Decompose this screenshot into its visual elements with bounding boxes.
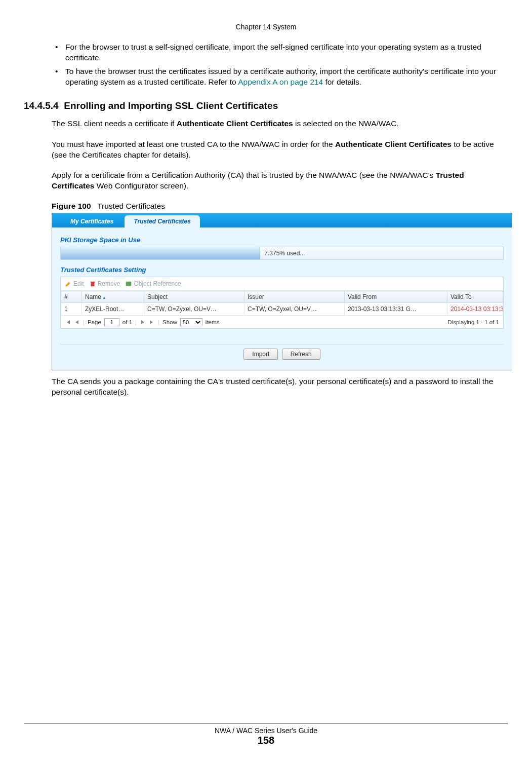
tab-my-certificates[interactable]: My Certificates xyxy=(61,215,122,227)
trusted-certificates-panel: My Certificates Trusted Certificates PKI… xyxy=(52,213,512,370)
col-issuer[interactable]: Issuer xyxy=(244,291,345,303)
chapter-header: Chapter 14 System xyxy=(24,23,508,31)
edit-icon xyxy=(65,280,72,287)
certificates-grid: Edit Remove Object Reference # Name▲ Sub… xyxy=(60,277,504,329)
svg-rect-0 xyxy=(126,282,132,286)
figure-caption: Figure 100 Trusted Certificates xyxy=(52,202,508,211)
object-reference-icon xyxy=(125,280,132,287)
section-number: 14.4.5.4 xyxy=(24,100,59,111)
grid-toolbar: Edit Remove Object Reference xyxy=(61,277,503,291)
cell-subject: C=TW, O=Zyxel, OU=V… xyxy=(144,303,244,316)
col-name[interactable]: Name▲ xyxy=(82,291,144,303)
action-buttons: Import Refresh xyxy=(60,344,504,360)
first-page-icon[interactable] xyxy=(65,319,71,325)
trash-icon xyxy=(89,280,96,287)
sort-asc-icon: ▲ xyxy=(102,295,106,300)
paragraph: The CA sends you a package containing th… xyxy=(52,376,508,398)
bullet-text: For the browser to trust a self-signed c… xyxy=(65,43,481,62)
page-footer: NWA / WAC Series User's Guide 158 xyxy=(0,723,532,746)
bullet-item: For the browser to trust a self-signed c… xyxy=(55,42,508,63)
paragraph: The SSL client needs a certificate if Au… xyxy=(52,119,508,129)
remove-button[interactable]: Remove xyxy=(89,280,120,287)
page-label: Page xyxy=(88,319,101,325)
page-size-select[interactable]: 50 xyxy=(180,318,202,326)
footer-page-number: 158 xyxy=(0,735,532,746)
footer-guide-name: NWA / WAC Series User's Guide xyxy=(0,727,532,735)
usage-bar-fill xyxy=(61,247,260,259)
paragraph: Apply for a certificate from a Certifica… xyxy=(52,170,508,192)
pki-storage-title: PKI Storage Space in Use xyxy=(60,236,505,244)
items-label: items xyxy=(206,319,219,325)
next-page-icon[interactable] xyxy=(140,319,146,325)
prev-page-icon[interactable] xyxy=(74,319,80,325)
cell-valid-from: 2013-03-13 03:13:31 G… xyxy=(345,303,447,316)
show-label: Show xyxy=(162,319,177,325)
last-page-icon[interactable] xyxy=(149,319,155,325)
grid-pager: | Page of 1 | | Show 50 items Displaying… xyxy=(61,316,503,328)
appendix-link[interactable]: Appendix A on page 214 xyxy=(238,78,323,86)
trusted-cert-setting-title: Trusted Certificates Setting xyxy=(60,266,505,274)
cell-issuer: C=TW, O=Zyxel, OU=V… xyxy=(244,303,345,316)
usage-bar: 7.375% used... xyxy=(60,247,504,260)
cell-index: 1 xyxy=(61,303,82,316)
tab-trusted-certificates[interactable]: Trusted Certificates xyxy=(125,215,199,227)
bullet-text-after: for details. xyxy=(323,78,361,86)
page-input[interactable] xyxy=(104,318,119,326)
col-subject[interactable]: Subject xyxy=(144,291,244,303)
cell-valid-to: 2014-03-13 03:13:31 G… xyxy=(447,303,503,316)
import-button[interactable]: Import xyxy=(243,349,278,360)
of-label: of 1 xyxy=(122,319,132,325)
usage-label: 7.375% used... xyxy=(260,247,503,259)
edit-button[interactable]: Edit xyxy=(65,280,84,287)
table-row[interactable]: 1 ZyXEL-Root… C=TW, O=Zyxel, OU=V… C=TW,… xyxy=(61,303,503,316)
col-valid-from[interactable]: Valid From xyxy=(345,291,447,303)
cell-name: ZyXEL-Root… xyxy=(82,303,144,316)
tab-strip: My Certificates Trusted Certificates xyxy=(52,213,512,228)
col-valid-to[interactable]: Valid To xyxy=(447,291,503,303)
section-title: Enrolling and Importing SSL Client Certi… xyxy=(64,100,278,111)
refresh-button[interactable]: Refresh xyxy=(282,349,320,360)
object-reference-button[interactable]: Object Reference xyxy=(125,280,181,287)
col-index[interactable]: # xyxy=(61,291,82,303)
display-count: Displaying 1 - 1 of 1 xyxy=(447,319,499,325)
bullet-item: To have the browser trust the certificat… xyxy=(55,66,508,88)
section-heading: 14.4.5.4 Enrolling and Importing SSL Cli… xyxy=(24,100,508,111)
paragraph: You must have imported at least one trus… xyxy=(52,139,508,161)
